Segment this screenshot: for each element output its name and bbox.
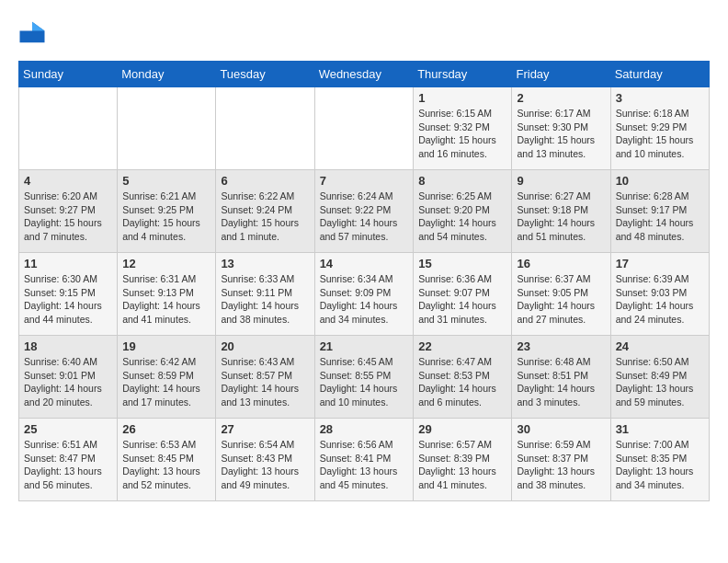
day-info: Sunrise: 6:56 AMSunset: 8:41 PMDaylight:…: [320, 438, 409, 492]
day-info: Sunrise: 6:53 AMSunset: 8:45 PMDaylight:…: [122, 438, 210, 492]
day-number: 28: [320, 422, 409, 436]
day-number: 23: [517, 339, 605, 353]
calendar-cell: 14Sunrise: 6:34 AMSunset: 9:09 PMDayligh…: [314, 253, 414, 336]
calendar-week-row: 11Sunrise: 6:30 AMSunset: 9:15 PMDayligh…: [19, 253, 710, 336]
day-info: Sunrise: 7:00 AMSunset: 8:35 PMDaylight:…: [616, 438, 704, 492]
calendar-cell: 7Sunrise: 6:24 AMSunset: 9:22 PMDaylight…: [314, 170, 414, 253]
calendar-cell: [216, 87, 314, 170]
day-info: Sunrise: 6:47 AMSunset: 8:53 PMDaylight:…: [418, 355, 506, 409]
calendar-cell: 10Sunrise: 6:28 AMSunset: 9:17 PMDayligh…: [610, 170, 709, 253]
calendar-cell: 16Sunrise: 6:37 AMSunset: 9:05 PMDayligh…: [512, 253, 610, 336]
svg-marker-1: [32, 22, 45, 31]
day-number: 16: [517, 257, 605, 270]
day-info: Sunrise: 6:45 AMSunset: 8:55 PMDaylight:…: [320, 355, 409, 409]
day-number: 27: [221, 422, 309, 436]
day-info: Sunrise: 6:36 AMSunset: 9:07 PMDaylight:…: [418, 272, 506, 327]
day-number: 19: [122, 339, 210, 353]
day-info: Sunrise: 6:39 AMSunset: 9:03 PMDaylight:…: [616, 272, 704, 327]
day-info: Sunrise: 6:24 AMSunset: 9:22 PMDaylight:…: [320, 190, 409, 244]
calendar-table: SundayMondayTuesdayWednesdayThursdayFrid…: [18, 61, 710, 501]
calendar-cell: 31Sunrise: 7:00 AMSunset: 8:35 PMDayligh…: [610, 419, 709, 501]
calendar-cell: 3Sunrise: 6:18 AMSunset: 9:29 PMDaylight…: [610, 87, 709, 170]
day-number: 12: [122, 257, 210, 270]
day-info: Sunrise: 6:59 AMSunset: 8:37 PMDaylight:…: [517, 438, 605, 492]
day-of-week-header: Friday: [512, 62, 610, 87]
day-number: 18: [24, 339, 112, 353]
day-info: Sunrise: 6:57 AMSunset: 8:39 PMDaylight:…: [418, 438, 506, 492]
day-info: Sunrise: 6:22 AMSunset: 9:24 PMDaylight:…: [221, 190, 309, 244]
day-number: 24: [616, 339, 704, 353]
day-number: 4: [24, 174, 112, 188]
logo-icon: [18, 18, 46, 46]
calendar-header-row: SundayMondayTuesdayWednesdayThursdayFrid…: [19, 62, 710, 87]
day-number: 5: [122, 174, 210, 188]
svg-rect-2: [20, 31, 33, 43]
day-info: Sunrise: 6:30 AMSunset: 9:15 PMDaylight:…: [24, 272, 112, 327]
day-number: 7: [320, 174, 409, 188]
day-info: Sunrise: 6:42 AMSunset: 8:59 PMDaylight:…: [122, 355, 210, 409]
day-number: 25: [24, 422, 112, 436]
day-number: 13: [221, 257, 309, 270]
day-of-week-header: Wednesday: [314, 62, 414, 87]
day-number: 14: [320, 257, 409, 270]
day-info: Sunrise: 6:43 AMSunset: 8:57 PMDaylight:…: [221, 355, 309, 409]
day-of-week-header: Saturday: [610, 62, 709, 87]
calendar-cell: 13Sunrise: 6:33 AMSunset: 9:11 PMDayligh…: [216, 253, 314, 336]
day-info: Sunrise: 6:40 AMSunset: 9:01 PMDaylight:…: [24, 355, 112, 409]
day-info: Sunrise: 6:51 AMSunset: 8:47 PMDaylight:…: [24, 438, 112, 492]
calendar-cell: 19Sunrise: 6:42 AMSunset: 8:59 PMDayligh…: [118, 336, 216, 419]
day-info: Sunrise: 6:34 AMSunset: 9:09 PMDaylight:…: [320, 272, 409, 327]
day-of-week-header: Sunday: [19, 62, 118, 87]
day-info: Sunrise: 6:25 AMSunset: 9:20 PMDaylight:…: [418, 190, 506, 244]
day-info: Sunrise: 6:27 AMSunset: 9:18 PMDaylight:…: [517, 190, 605, 244]
day-number: 22: [418, 339, 506, 353]
calendar-cell: 18Sunrise: 6:40 AMSunset: 9:01 PMDayligh…: [19, 336, 118, 419]
day-number: 1: [418, 91, 506, 105]
logo: [18, 18, 50, 46]
calendar-cell: 6Sunrise: 6:22 AMSunset: 9:24 PMDaylight…: [216, 170, 314, 253]
calendar-cell: 23Sunrise: 6:48 AMSunset: 8:51 PMDayligh…: [512, 336, 610, 419]
day-info: Sunrise: 6:50 AMSunset: 8:49 PMDaylight:…: [616, 355, 704, 409]
calendar-cell: 2Sunrise: 6:17 AMSunset: 9:30 PMDaylight…: [512, 87, 610, 170]
calendar-cell: 15Sunrise: 6:36 AMSunset: 9:07 PMDayligh…: [414, 253, 512, 336]
day-number: 17: [616, 257, 704, 270]
day-number: 10: [616, 174, 704, 188]
calendar-week-row: 18Sunrise: 6:40 AMSunset: 9:01 PMDayligh…: [19, 336, 710, 419]
day-info: Sunrise: 6:18 AMSunset: 9:29 PMDaylight:…: [616, 107, 704, 161]
day-number: 26: [122, 422, 210, 436]
day-number: 15: [418, 257, 506, 270]
calendar-week-row: 25Sunrise: 6:51 AMSunset: 8:47 PMDayligh…: [19, 419, 710, 501]
calendar-cell: 20Sunrise: 6:43 AMSunset: 8:57 PMDayligh…: [216, 336, 314, 419]
calendar-cell: 25Sunrise: 6:51 AMSunset: 8:47 PMDayligh…: [19, 419, 118, 501]
day-info: Sunrise: 6:17 AMSunset: 9:30 PMDaylight:…: [517, 107, 605, 161]
calendar-cell: 21Sunrise: 6:45 AMSunset: 8:55 PMDayligh…: [314, 336, 414, 419]
day-info: Sunrise: 6:15 AMSunset: 9:32 PMDaylight:…: [418, 107, 506, 161]
day-info: Sunrise: 6:54 AMSunset: 8:43 PMDaylight:…: [221, 438, 309, 492]
calendar-cell: 30Sunrise: 6:59 AMSunset: 8:37 PMDayligh…: [512, 419, 610, 501]
day-number: 31: [616, 422, 704, 436]
day-number: 20: [221, 339, 309, 353]
day-info: Sunrise: 6:37 AMSunset: 9:05 PMDaylight:…: [517, 272, 605, 327]
calendar-cell: 28Sunrise: 6:56 AMSunset: 8:41 PMDayligh…: [314, 419, 414, 501]
day-number: 2: [517, 91, 605, 105]
calendar-cell: 17Sunrise: 6:39 AMSunset: 9:03 PMDayligh…: [610, 253, 709, 336]
calendar-week-row: 1Sunrise: 6:15 AMSunset: 9:32 PMDaylight…: [19, 87, 710, 170]
day-number: 9: [517, 174, 605, 188]
calendar-cell: 9Sunrise: 6:27 AMSunset: 9:18 PMDaylight…: [512, 170, 610, 253]
day-number: 3: [616, 91, 704, 105]
day-info: Sunrise: 6:20 AMSunset: 9:27 PMDaylight:…: [24, 190, 112, 244]
calendar-cell: 22Sunrise: 6:47 AMSunset: 8:53 PMDayligh…: [414, 336, 512, 419]
day-number: 8: [418, 174, 506, 188]
calendar-cell: 4Sunrise: 6:20 AMSunset: 9:27 PMDaylight…: [19, 170, 118, 253]
calendar-cell: 8Sunrise: 6:25 AMSunset: 9:20 PMDaylight…: [414, 170, 512, 253]
calendar-cell: 29Sunrise: 6:57 AMSunset: 8:39 PMDayligh…: [414, 419, 512, 501]
calendar-cell: 5Sunrise: 6:21 AMSunset: 9:25 PMDaylight…: [118, 170, 216, 253]
calendar-cell: 1Sunrise: 6:15 AMSunset: 9:32 PMDaylight…: [414, 87, 512, 170]
calendar-cell: [314, 87, 414, 170]
day-number: 11: [24, 257, 112, 270]
day-of-week-header: Monday: [118, 62, 216, 87]
calendar-cell: 12Sunrise: 6:31 AMSunset: 9:13 PMDayligh…: [118, 253, 216, 336]
page-header: [18, 18, 710, 46]
calendar-cell: 24Sunrise: 6:50 AMSunset: 8:49 PMDayligh…: [610, 336, 709, 419]
calendar-cell: [19, 87, 118, 170]
